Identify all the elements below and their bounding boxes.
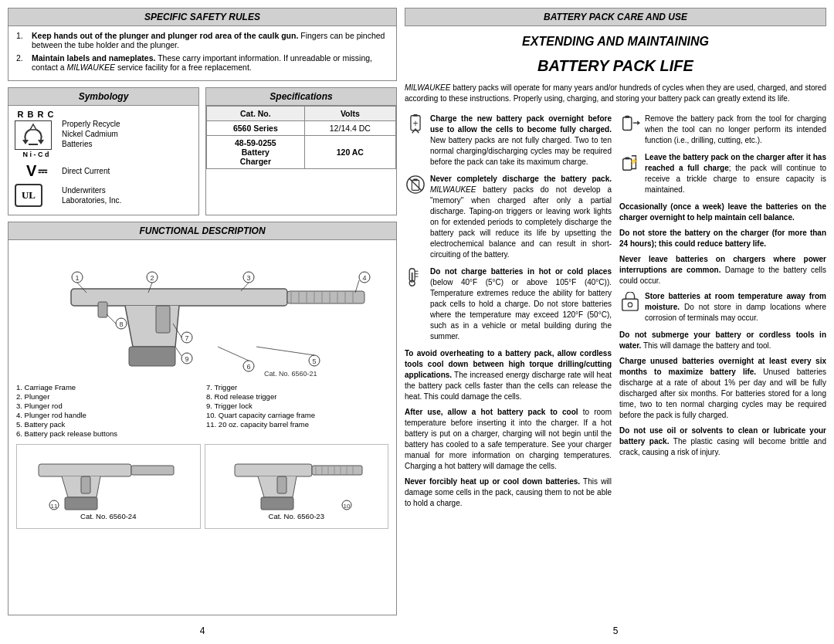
rule-2-bold: Maintain labels and nameplates. bbox=[32, 53, 155, 63]
tip-remove-pack: Remove the battery pack from the tool fo… bbox=[619, 114, 826, 146]
sym-dc: V ⎓ Direct Current bbox=[15, 162, 192, 180]
svg-text:5: 5 bbox=[312, 358, 316, 365]
svg-text:7: 7 bbox=[185, 334, 188, 342]
part-5: 5. Battery pack bbox=[16, 420, 198, 429]
remove-pack-icon bbox=[619, 114, 641, 135]
svg-rect-12 bbox=[156, 306, 170, 333]
svg-text:11: 11 bbox=[51, 503, 58, 510]
spec-volt-2: 120 AC bbox=[304, 136, 395, 169]
para-overheat: To avoid overheating to a battery pack, … bbox=[405, 348, 612, 402]
svg-line-39 bbox=[107, 314, 116, 324]
part-8: 8. Rod release trigger bbox=[206, 392, 388, 401]
svg-rect-42 bbox=[39, 464, 131, 476]
dc-symbol: V ⎓ bbox=[26, 162, 46, 179]
svg-rect-74 bbox=[623, 117, 632, 130]
rule-1: 1. Keep hands out of the plunger and plu… bbox=[16, 31, 388, 49]
spec-cat-2: 48-59-0255BatteryCharger bbox=[207, 136, 305, 169]
svg-text:8: 8 bbox=[119, 320, 123, 328]
tip-temp: Do not charge batteries in hot or cold p… bbox=[405, 266, 612, 342]
ul-icon: UL bbox=[15, 184, 42, 207]
tip-no-discharge: Never completely discharge the battery p… bbox=[405, 174, 612, 260]
charge-icon: + bbox=[405, 114, 426, 135]
battery-intro: MILWAUKEE battery packs will operate for… bbox=[405, 83, 826, 104]
battery-pack-header: BATTERY PACK CARE AND USE bbox=[405, 8, 826, 26]
svg-marker-76 bbox=[637, 120, 640, 125]
para-submerge: Do not submerge your battery or cordless… bbox=[619, 330, 826, 351]
caption-6560-23: Cat. No. 6560-23 bbox=[269, 512, 324, 520]
diagram-6560-23: 10 Cat. No. 6560-23 bbox=[205, 444, 389, 529]
svg-text:⚡: ⚡ bbox=[629, 157, 639, 166]
store-icon bbox=[619, 291, 641, 313]
dc-text: Direct Current bbox=[62, 166, 110, 176]
tip-charge-new: + Charge the new battery pack overnight … bbox=[405, 114, 612, 168]
ni-cd-label: N i - C d bbox=[15, 151, 57, 158]
diagram-6560-24: 11 Cat. No. 6560-24 bbox=[16, 444, 201, 529]
sym-ul: UL UnderwritersLaboratories, Inc. bbox=[15, 184, 192, 207]
tip-remove-text: Remove the battery pack from the tool fo… bbox=[645, 114, 826, 146]
svg-rect-43 bbox=[131, 466, 174, 475]
svg-line-40 bbox=[175, 347, 181, 356]
symbology-specs-row: Symbology R B R C bbox=[8, 87, 397, 215]
caption-6560-24: Cat. No. 6560-24 bbox=[80, 512, 136, 520]
svg-rect-75 bbox=[626, 116, 630, 118]
col-catno: Cat. No. bbox=[207, 107, 305, 121]
specs-table: Cat. No. Volts 6560 Series 12/14.4 DC 48… bbox=[206, 106, 396, 169]
svg-text:2: 2 bbox=[150, 274, 154, 282]
recycle-symbol bbox=[19, 121, 47, 149]
tip-store-text: Store batteries at room temperature away… bbox=[645, 291, 826, 324]
part-9: 9. Trigger lock bbox=[206, 402, 388, 410]
gun-detail-svg-23: 10 bbox=[219, 445, 374, 510]
svg-rect-48 bbox=[235, 464, 312, 476]
battery-tips-left: + Charge the new battery pack overnight … bbox=[405, 114, 612, 514]
safety-rules-header: SPECIFIC SAFETY RULES bbox=[8, 8, 396, 26]
svg-rect-62 bbox=[413, 114, 417, 117]
para-never-leave: Never leave batteries on chargers where … bbox=[619, 254, 826, 286]
sym-rbrc: R B R C bbox=[15, 110, 192, 158]
page-number-left: 4 bbox=[8, 622, 397, 636]
battery-tips-right: Remove the battery pack from the tool fo… bbox=[619, 114, 826, 514]
ul-text: UnderwritersLaboratories, Inc. bbox=[62, 185, 121, 205]
milwaukee-italic: MILWAUKEE bbox=[405, 83, 450, 92]
svg-rect-44 bbox=[65, 497, 97, 510]
functional-header: FUNCTIONAL DESCRIPTION bbox=[8, 222, 396, 240]
symbology-section: Symbology R B R C bbox=[8, 87, 199, 215]
part-10: 10. Quart capacity carriage frame bbox=[206, 411, 388, 419]
leave-pack-icon: ⚡ bbox=[619, 152, 641, 174]
rule-2: 2. Maintain labels and nameplates. These… bbox=[16, 53, 388, 72]
spec-row-1: 6560 Series 12/14.4 DC bbox=[207, 121, 396, 136]
svg-text:6: 6 bbox=[246, 363, 250, 371]
svg-text:Cat. No. 6560-21: Cat. No. 6560-21 bbox=[264, 370, 317, 378]
bottom-diagrams: 11 Cat. No. 6560-24 bbox=[12, 440, 392, 533]
page-number-right: 5 bbox=[405, 622, 826, 636]
svg-text:1: 1 bbox=[75, 274, 79, 282]
symbology-header: Symbology bbox=[8, 88, 198, 106]
recycle-icon bbox=[15, 120, 52, 150]
para-hot-pack: After use, allow a hot battery pack to c… bbox=[405, 407, 612, 472]
functional-content: 1 2 3 4 5 bbox=[8, 240, 396, 537]
para-no-oil: Do not use oil or solvents to clean or l… bbox=[619, 425, 826, 458]
left-column: SPECIFIC SAFETY RULES 1. Keep hands out … bbox=[8, 8, 397, 636]
no-discharge-icon bbox=[405, 174, 426, 195]
para-charge-unused: Charge unused batteries overnight at lea… bbox=[619, 356, 826, 421]
col-volts: Volts bbox=[304, 107, 395, 121]
part-6: 6. Battery pack release buttons bbox=[16, 429, 198, 438]
para-not-24h: Do not store the battery on the charger … bbox=[619, 228, 826, 249]
part-7: 7. Trigger bbox=[206, 383, 388, 391]
part-4: 4. Plunger rod handle bbox=[16, 411, 198, 419]
svg-text:+: + bbox=[412, 117, 418, 128]
svg-rect-57 bbox=[261, 497, 293, 510]
spec-cat-1: 6560 Series bbox=[207, 121, 305, 136]
battery-columns: + Charge the new battery pack overnight … bbox=[405, 114, 826, 514]
svg-rect-45 bbox=[81, 476, 90, 493]
extending-title: EXTENDING AND MAINTAINING bbox=[405, 34, 826, 50]
right-column: BATTERY PACK CARE AND USE EXTENDING AND … bbox=[405, 8, 826, 636]
page-layout: SPECIFIC SAFETY RULES 1. Keep hands out … bbox=[0, 0, 834, 644]
safety-rules-section: SPECIFIC SAFETY RULES 1. Keep hands out … bbox=[8, 8, 397, 81]
temp-icon bbox=[405, 266, 426, 288]
gun-svg: 1 2 3 4 5 bbox=[25, 246, 380, 381]
specifications-section: Specifications Cat. No. Volts 6560 Serie… bbox=[205, 87, 397, 215]
para-forcibly: Never forcibly heat up or cool down batt… bbox=[405, 476, 612, 509]
svg-text:10: 10 bbox=[343, 503, 350, 510]
main-gun-diagram: 1 2 3 4 5 bbox=[12, 244, 392, 383]
part-2: 2. Plunger bbox=[16, 392, 198, 401]
